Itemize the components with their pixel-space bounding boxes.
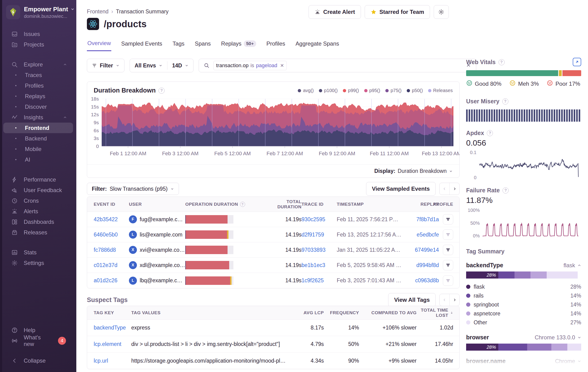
pagination-prev-button[interactable] <box>440 294 450 306</box>
event-id-link[interactable]: c012e37d <box>94 262 129 268</box>
sidebar-item-mobile[interactable]: Mobile <box>3 144 73 154</box>
tag-value: https://storage.googleapis.com/applicati… <box>131 358 293 364</box>
profile-button[interactable] <box>443 276 453 286</box>
transactions-filter-dropdown[interactable]: Filter: Slow Transactions (p95) <box>87 183 179 195</box>
tab-replays[interactable]: Replays50+ <box>221 38 257 51</box>
tag-legend-row[interactable]: aspnetcore14% <box>466 309 581 318</box>
help-tooltip-icon[interactable]: ? <box>503 187 509 193</box>
search-input[interactable]: transaction.op is pageload ✕ <box>199 59 476 72</box>
timestamp: Jan 31, 2025 11:05:22 A… <box>337 247 407 253</box>
date-range-dropdown[interactable]: 14D <box>168 59 193 72</box>
sidebar-item-replays[interactable]: Replays <box>3 91 73 101</box>
trace-id-link[interactable]: 1c9f2625 <box>302 277 337 284</box>
view-sampled-events-button[interactable]: View Sampled Events <box>366 182 436 196</box>
sidebar-item-performance[interactable]: Performance <box>3 174 73 185</box>
sidebar-item-user-feedback[interactable]: User Feedback <box>3 185 73 195</box>
help-tooltip-icon[interactable]: ? <box>502 98 508 105</box>
tab-spans[interactable]: Spans <box>194 38 211 51</box>
tab-tags[interactable]: Tags <box>172 38 185 51</box>
tab-profiles[interactable]: Profiles <box>266 38 286 51</box>
token-remove-icon[interactable]: ✕ <box>279 63 284 68</box>
tag-key-link[interactable]: backendType <box>94 325 131 331</box>
legend-item-p100[interactable]: p100() <box>319 88 338 93</box>
sidebar-item-stats[interactable]: Stats <box>3 247 73 258</box>
sidebar-item-crons[interactable]: Crons <box>3 195 73 206</box>
sidebar-item-projects[interactable]: Projects <box>3 39 73 50</box>
sidebar-item-profiles[interactable]: Profiles <box>3 80 73 91</box>
settings-button[interactable] <box>434 5 449 19</box>
replay-link[interactable]: d994bf8d <box>407 262 439 268</box>
event-id-link[interactable]: 42b35422 <box>94 216 129 223</box>
tab-overview[interactable]: Overview <box>87 38 111 51</box>
sidebar-item-alerts[interactable]: Alerts <box>3 206 73 216</box>
trace-id-link[interactable]: be1b1ec3 <box>302 262 337 268</box>
sidebar-item-explore[interactable]: Explore <box>3 59 73 70</box>
replay-link[interactable]: c0963d8b <box>407 277 439 284</box>
legend-item-p50[interactable]: p50() <box>407 88 423 93</box>
tag-legend-row[interactable]: flask28% <box>466 282 581 291</box>
tab-aggregate-spans[interactable]: Aggregate Spans <box>295 38 340 51</box>
duration-breakdown-chart[interactable]: 03s6s9s12s15s18sFeb 1 12:00 AMFeb 3 12:0… <box>87 95 459 166</box>
breadcrumb-frontend[interactable]: Frontend <box>87 9 108 15</box>
legend-item-p75[interactable]: p75() <box>385 88 401 93</box>
tag-group-selector[interactable]: flask <box>564 262 581 269</box>
tag-group-selector[interactable]: Chrome <box>555 358 581 364</box>
sidebar-item-settings[interactable]: Settings <box>3 258 73 268</box>
pagination-prev-button[interactable] <box>440 183 450 195</box>
search-token[interactable]: transaction.op is pageload ✕ <box>213 61 286 70</box>
sidebar-item-backend[interactable]: Backend <box>3 133 73 144</box>
tag-key-link[interactable]: lcp.url <box>94 358 131 364</box>
star-icon <box>371 9 377 15</box>
sidebar-item-frontend[interactable]: Frontend <box>3 123 73 133</box>
environment-dropdown[interactable]: All Envs <box>130 59 167 72</box>
legend-item-p95[interactable]: p95() <box>364 88 380 93</box>
profile-button[interactable] <box>443 229 453 240</box>
help-tooltip-icon[interactable]: ? <box>499 59 505 65</box>
trace-id-link[interactable]: 97033893 <box>302 247 337 253</box>
tag-legend-row[interactable]: Other27% <box>466 318 581 327</box>
starred-for-team-button[interactable]: Starred for Team <box>365 5 430 19</box>
pagination-next-button[interactable] <box>450 183 459 195</box>
event-id-link[interactable]: fc7886d8 <box>94 247 129 253</box>
filter-dropdown[interactable]: Filter <box>87 59 125 72</box>
sidebar-item-help[interactable]: Help <box>3 325 73 335</box>
tag-legend-row[interactable]: springboot14% <box>466 300 581 309</box>
tag-group-selector[interactable]: Chrome 133.0.0 <box>535 334 581 341</box>
tag-legend-row[interactable]: rails14% <box>466 291 581 300</box>
sidebar-item-issues[interactable]: Issues <box>3 29 73 39</box>
sidebar-item-discover[interactable]: Discover <box>3 101 73 112</box>
org-switcher[interactable]: Empower Plant dominik.buszowiec... <box>0 0 76 21</box>
legend-item-avg[interactable]: avg() <box>298 88 314 93</box>
display-dropdown[interactable]: Duration Breakdown <box>398 168 453 174</box>
profile-button[interactable] <box>443 260 453 270</box>
sidebar-item-releases[interactable]: Releases <box>3 227 73 238</box>
view-all-tags-button[interactable]: View All Tags <box>388 293 436 307</box>
sidebar-item-collapse[interactable]: Collapse <box>3 355 73 366</box>
event-id-link[interactable]: 6460e5b0 <box>94 232 129 238</box>
sidebar-item-ai[interactable]: AI <box>3 154 73 165</box>
help-tooltip-icon[interactable]: ? <box>158 88 165 94</box>
trace-id-link[interactable]: d2f91759 <box>302 232 337 238</box>
replay-link[interactable]: 7f8b7d1a <box>407 216 439 223</box>
legend-item-p99[interactable]: p99() <box>343 88 359 93</box>
pagination-next-button[interactable] <box>450 294 459 306</box>
operation-duration-bar <box>185 246 233 254</box>
profile-button[interactable] <box>443 214 453 224</box>
open-web-vitals-icon[interactable] <box>573 58 581 66</box>
sidebar-item-dashboards[interactable]: Dashboards <box>3 216 73 227</box>
legend-item-Releases[interactable]: Releases <box>428 88 453 93</box>
sidebar-item-traces[interactable]: Traces <box>3 70 73 80</box>
tag-key-link[interactable]: lcp.element <box>94 341 131 347</box>
help-tooltip-icon[interactable]: ? <box>240 202 245 207</box>
alerts-icon <box>11 208 18 215</box>
profile-button[interactable] <box>443 245 453 255</box>
trace-id-link[interactable]: 930c2595 <box>302 216 337 223</box>
tab-sampled-events[interactable]: Sampled Events <box>121 38 163 51</box>
help-tooltip-icon[interactable]: ? <box>487 130 493 136</box>
replay-link[interactable]: e5edbcfe <box>407 232 439 238</box>
event-id-link[interactable]: a01d2c26 <box>94 277 129 284</box>
sidebar-item-what-s-new[interactable]: What's new4 <box>3 335 73 346</box>
create-alert-button[interactable]: Create Alert <box>309 5 361 19</box>
sidebar-item-insights[interactable]: Insights <box>3 112 73 123</box>
replay-link[interactable]: 67499e14 <box>407 247 439 253</box>
